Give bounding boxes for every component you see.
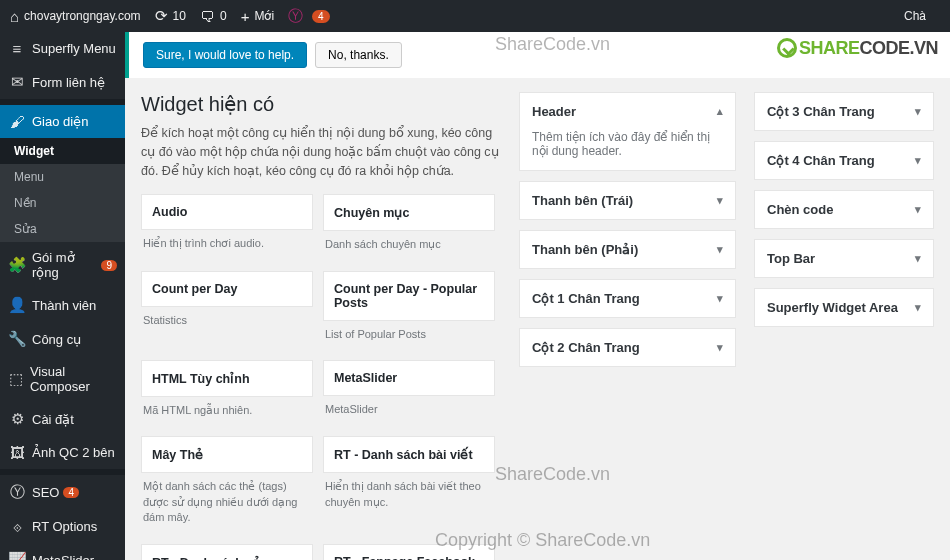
chevron-down-icon: ▾ <box>717 292 723 305</box>
menu-appearance[interactable]: 🖌 Giao diện <box>0 105 125 138</box>
notice-yes-button[interactable]: Sure, I would love to help. <box>143 42 307 68</box>
widget-grid: AudioHiển thị trình chơi audio.Chuyên mụ… <box>141 194 501 560</box>
widget-title: Audio <box>141 194 313 230</box>
menu-icon: ✉ <box>8 73 26 91</box>
widget-area-header[interactable]: Thanh bên (Trái) ▾ <box>520 182 735 219</box>
menu-label: SEO <box>32 485 59 500</box>
menu-label: Form liên hệ <box>32 75 105 90</box>
widget-area[interactable]: Cột 1 Chân Trang ▾ <box>519 279 736 318</box>
widget-area-header[interactable]: Superfly Widget Area ▾ <box>755 289 933 326</box>
widget-description: Hiển thị danh sách bài viết theo chuyên … <box>323 473 495 518</box>
widget-title: HTML Tùy chỉnh <box>141 360 313 397</box>
menu-item[interactable]: ≡Superfly Menu <box>0 32 125 65</box>
menu-label: MetaSlider <box>32 553 94 561</box>
widget-area[interactable]: Thanh bên (Phải) ▾ <box>519 230 736 269</box>
widget-area-title: Chèn code <box>767 202 833 217</box>
submenu-item[interactable]: Sửa <box>0 216 125 242</box>
widget-area-title: Cột 3 Chân Trang <box>767 104 875 119</box>
available-widget[interactable]: Mây ThẻMột danh sách các thẻ (tags) được… <box>141 436 313 533</box>
available-widget[interactable]: RT - Fanpage FacebookThêm like fanpage <box>323 544 495 560</box>
yoast-badge: 4 <box>312 10 330 23</box>
submenu-item[interactable]: Widget <box>0 138 125 164</box>
widget-area-header[interactable]: Cột 4 Chân Trang ▾ <box>755 142 933 179</box>
notice-no-button[interactable]: No, thanks. <box>315 42 402 68</box>
widget-area[interactable]: Cột 3 Chân Trang ▾ <box>754 92 934 131</box>
home-icon: ⌂ <box>10 8 19 25</box>
menu-item[interactable]: ⓎSEO4 <box>0 475 125 510</box>
menu-label: Ảnh QC 2 bên <box>32 445 115 460</box>
widget-area[interactable]: Header ▴ Thêm tiện ích vào đây để hiển t… <box>519 92 736 171</box>
widget-area-description: Thêm tiện ích vào đây để hiển thị nội du… <box>520 130 735 170</box>
widget-title: Count per Day - Popular Posts <box>323 271 495 321</box>
yoast-icon: Ⓨ <box>288 7 303 26</box>
available-widget[interactable]: HTML Tùy chỉnhMã HTML ngẫu nhiên. <box>141 360 313 426</box>
menu-item[interactable]: 👤Thành viên <box>0 288 125 322</box>
widget-title: Chuyên mục <box>323 194 495 231</box>
widget-area-header[interactable]: Cột 1 Chân Trang ▾ <box>520 280 735 317</box>
menu-label: Cài đặt <box>32 412 74 427</box>
widget-area-title: Superfly Widget Area <box>767 300 898 315</box>
comments-count: 0 <box>220 9 227 23</box>
widget-area[interactable]: Top Bar ▾ <box>754 239 934 278</box>
comment-icon: 🗨 <box>200 8 215 25</box>
widget-areas-column: Header ▴ Thêm tiện ích vào đây để hiển t… <box>519 92 736 560</box>
widget-area[interactable]: Superfly Widget Area ▾ <box>754 288 934 327</box>
menu-label: Superfly Menu <box>32 41 116 56</box>
menu-item[interactable]: ⬚Visual Composer <box>0 356 125 402</box>
menu-item[interactable]: 📈MetaSlider <box>0 543 125 560</box>
yoast-link[interactable]: Ⓨ4 <box>288 7 330 26</box>
widget-area-header[interactable]: Chèn code ▾ <box>755 191 933 228</box>
count-badge: 4 <box>63 487 79 498</box>
top-right[interactable]: Chà <box>904 9 926 23</box>
widget-area-title: Thanh bên (Phải) <box>532 242 638 257</box>
chevron-down-icon: ▾ <box>915 105 921 118</box>
chevron-down-icon: ▾ <box>915 252 921 265</box>
updates-link[interactable]: ⟳10 <box>155 7 186 25</box>
menu-label: Gói mở rộng <box>32 250 97 280</box>
widget-area-header[interactable]: Thanh bên (Phải) ▾ <box>520 231 735 268</box>
widget-area-header[interactable]: Cột 3 Chân Trang ▾ <box>755 93 933 130</box>
new-content-link[interactable]: +Mới <box>241 8 274 25</box>
widget-title: Mây Thẻ <box>141 436 313 473</box>
page-title: Widget hiện có <box>141 92 501 116</box>
menu-item[interactable]: 🧩Gói mở rộng9 <box>0 242 125 288</box>
chevron-down-icon: ▾ <box>717 341 723 354</box>
menu-icon: 👤 <box>8 296 26 314</box>
widget-area[interactable]: Cột 2 Chân Trang ▾ <box>519 328 736 367</box>
widget-area[interactable]: Thanh bên (Trái) ▾ <box>519 181 736 220</box>
widget-area[interactable]: Chèn code ▾ <box>754 190 934 229</box>
menu-icon: ⬚ <box>8 370 24 388</box>
comments-link[interactable]: 🗨0 <box>200 8 227 25</box>
available-widget[interactable]: AudioHiển thị trình chơi audio. <box>141 194 313 260</box>
widget-area[interactable]: Cột 4 Chân Trang ▾ <box>754 141 934 180</box>
chevron-down-icon: ▾ <box>915 301 921 314</box>
submenu-item[interactable]: Nền <box>0 190 125 216</box>
widget-area-header[interactable]: Cột 2 Chân Trang ▾ <box>520 329 735 366</box>
chevron-up-icon: ▴ <box>717 105 723 118</box>
widget-description: Mã HTML ngẫu nhiên. <box>141 397 313 426</box>
widget-area-title: Cột 2 Chân Trang <box>532 340 640 355</box>
menu-label: RT Options <box>32 519 97 534</box>
widget-area-header[interactable]: Top Bar ▾ <box>755 240 933 277</box>
widget-description: Hiển thị trình chơi audio. <box>141 230 313 259</box>
available-widget[interactable]: Chuyên mụcDanh sách chuyên mục <box>323 194 495 260</box>
site-home-link[interactable]: ⌂chovaytrongngay.com <box>10 8 141 25</box>
menu-item[interactable]: ⚙Cài đặt <box>0 402 125 436</box>
menu-item[interactable]: ✉Form liên hệ <box>0 65 125 99</box>
available-widget[interactable]: RT - Danh sách bài viếtHiển thị danh sác… <box>323 436 495 533</box>
available-widget[interactable]: Count per DayStatistics <box>141 271 313 350</box>
menu-item[interactable]: 🔧Công cụ <box>0 322 125 356</box>
menu-item[interactable]: ⟐RT Options <box>0 510 125 543</box>
menu-item[interactable]: 🖼Ảnh QC 2 bên <box>0 436 125 469</box>
available-widget[interactable]: Count per Day - Popular PostsList of Pop… <box>323 271 495 350</box>
widget-area-title: Cột 1 Chân Trang <box>532 291 640 306</box>
menu-label: Công cụ <box>32 332 81 347</box>
submenu-item[interactable]: Menu <box>0 164 125 190</box>
widget-area-header[interactable]: Header ▴ <box>520 93 735 130</box>
page-description: Để kích hoạt một công cụ hiển thị nội du… <box>141 124 501 180</box>
available-widget[interactable]: MetaSliderMetaSlider <box>323 360 495 426</box>
menu-icon: 🧩 <box>8 256 26 274</box>
brush-icon: 🖌 <box>8 113 26 130</box>
available-widget[interactable]: RT - Danh sách sản phẩmHiển thị danh sác… <box>141 544 313 560</box>
chevron-down-icon: ▾ <box>915 203 921 216</box>
